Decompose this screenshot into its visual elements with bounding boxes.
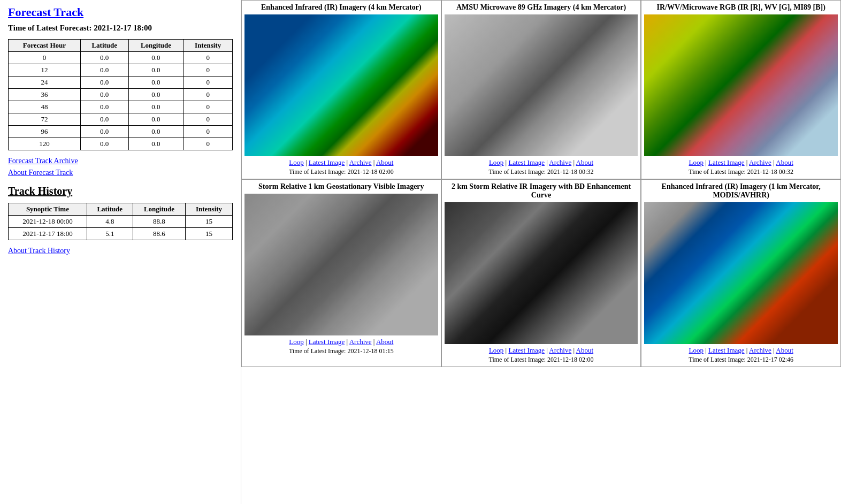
- about-link-enhanced-ir[interactable]: About: [376, 158, 394, 166]
- forecast-cell-lat: 0.0: [80, 52, 128, 64]
- forecast-cell-intensity: 0: [184, 126, 233, 138]
- about-track-history-link-section: About Track History: [8, 247, 233, 255]
- forecast-cell-hour: 0: [9, 52, 81, 64]
- forecast-cell-lon: 0.0: [128, 138, 184, 150]
- archive-link-enhanced-ir[interactable]: Archive: [349, 158, 372, 166]
- latest-link-storm-ir-bd[interactable]: Latest Image: [508, 346, 545, 354]
- forecast-cell-intensity: 0: [184, 64, 233, 77]
- latest-link-storm-visible[interactable]: Latest Image: [309, 338, 345, 346]
- separator: |: [304, 338, 309, 346]
- forecast-cell-lat: 0.0: [80, 77, 128, 89]
- imagery-links-amsu-microwave: Loop | Latest Image | Archive | About: [489, 158, 593, 167]
- forecast-cell-lon: 0.0: [128, 113, 184, 126]
- separator: |: [704, 158, 708, 166]
- satellite-image-enhanced-ir: [244, 14, 438, 156]
- loop-link-storm-ir-bd[interactable]: Loop: [489, 346, 503, 354]
- separator: |: [704, 346, 708, 354]
- about-link-ir-wv-rgb[interactable]: About: [776, 158, 793, 166]
- table-row: 960.00.00: [9, 126, 233, 138]
- latest-link-amsu-microwave[interactable]: Latest Image: [508, 158, 545, 166]
- latest-link-ir-wv-rgb[interactable]: Latest Image: [708, 158, 745, 166]
- latest-forecast-label: Time of Latest Forecast:: [8, 24, 91, 32]
- latest-link-enhanced-ir[interactable]: Latest Image: [309, 158, 345, 166]
- imagery-title-amsu-microwave: AMSU Microwave 89 GHz Imagery (4 km Merc…: [456, 3, 626, 12]
- forecast-cell-intensity: 0: [184, 77, 233, 89]
- table-row: 120.00.00: [9, 64, 233, 77]
- forecast-cell-lon: 0.0: [128, 77, 184, 89]
- track-history-cell-lat: 5.1: [87, 228, 133, 240]
- latest-forecast-time: Time of Latest Forecast: 2021-12-17 18:0…: [8, 24, 233, 33]
- track-history-table: Synoptic Time Latitude Longitude Intensi…: [8, 203, 233, 240]
- archive-link-storm-visible[interactable]: Archive: [349, 338, 372, 346]
- loop-link-enhanced-ir[interactable]: Loop: [289, 158, 303, 166]
- latest-forecast-value: 2021-12-17 18:00: [94, 24, 152, 32]
- imagery-cell-ir-wv-rgb: IR/WV/Microwave RGB (IR [R], WV [G], MI8…: [641, 0, 841, 179]
- imagery-links-storm-ir-bd: Loop | Latest Image | Archive | About: [489, 346, 593, 355]
- about-link-storm-ir-bd[interactable]: About: [576, 346, 594, 354]
- about-track-history-link[interactable]: About Track History: [8, 247, 70, 255]
- imagery-time-storm-visible: Time of Latest Image: 2021-12-18 01:15: [289, 347, 394, 355]
- satellite-image-storm-ir-bd: [445, 202, 638, 344]
- imagery-title-ir-wv-rgb: IR/WV/Microwave RGB (IR [R], WV [G], MI8…: [656, 3, 825, 12]
- forecast-cell-hour: 48: [9, 101, 81, 113]
- forecast-cell-hour: 96: [9, 126, 81, 138]
- satellite-image-ir-wv-rgb: [644, 14, 838, 156]
- imagery-time-ir-wv-rgb: Time of Latest Image: 2021-12-18 00:32: [689, 168, 793, 176]
- forecast-cell-lon: 0.0: [128, 126, 184, 138]
- forecast-cell-lat: 0.0: [80, 64, 128, 77]
- imagery-title-enhanced-ir: Enhanced Infrared (IR) Imagery (4 km Mer…: [261, 3, 422, 12]
- forecast-cell-hour: 72: [9, 113, 81, 126]
- loop-link-storm-visible[interactable]: Loop: [289, 338, 303, 346]
- forecast-cell-intensity: 0: [184, 138, 233, 150]
- forecast-cell-lat: 0.0: [80, 101, 128, 113]
- about-link-amsu-microwave[interactable]: About: [576, 158, 594, 166]
- forecast-archive-link-section: Forecast Track Archive: [8, 157, 233, 165]
- col-longitude: Longitude: [128, 40, 184, 52]
- table-row: 720.00.00: [9, 113, 233, 126]
- left-panel: Forecast Track Time of Latest Forecast: …: [0, 0, 241, 504]
- forecast-cell-lat: 0.0: [80, 113, 128, 126]
- forecast-cell-hour: 120: [9, 138, 81, 150]
- imagery-cell-enhanced-ir: Enhanced Infrared (IR) Imagery (4 km Mer…: [241, 0, 441, 179]
- archive-link-storm-ir-bd[interactable]: Archive: [549, 346, 571, 354]
- imagery-links-enhanced-ir-modis: Loop | Latest Image | Archive | About: [689, 346, 793, 355]
- col-forecast-hour: Forecast Hour: [9, 40, 81, 52]
- imagery-time-amsu-microwave: Time of Latest Image: 2021-12-18 00:32: [489, 168, 594, 176]
- about-link-storm-visible[interactable]: About: [376, 338, 394, 346]
- forecast-cell-lon: 0.0: [128, 64, 184, 77]
- forecast-cell-lon: 0.0: [128, 52, 184, 64]
- forecast-cell-hour: 24: [9, 77, 81, 89]
- th-intensity: Intensity: [186, 203, 233, 216]
- imagery-time-enhanced-ir: Time of Latest Image: 2021-12-18 02:00: [289, 168, 394, 176]
- th-latitude: Latitude: [87, 203, 133, 216]
- archive-link-enhanced-ir-modis[interactable]: Archive: [749, 346, 771, 354]
- satellite-image-storm-visible: [244, 194, 438, 335]
- table-row: 1200.00.00: [9, 138, 233, 150]
- loop-link-amsu-microwave[interactable]: Loop: [489, 158, 503, 166]
- imagery-cell-storm-ir-bd: 2 km Storm Relative IR Imagery with BD E…: [441, 179, 641, 367]
- imagery-title-storm-visible: Storm Relative 1 km Geostationary Visibl…: [258, 182, 424, 191]
- forecast-track-title[interactable]: Forecast Track: [8, 5, 233, 19]
- track-history-cell-lat: 4.8: [87, 216, 133, 228]
- table-row: 480.00.00: [9, 101, 233, 113]
- loop-link-ir-wv-rgb[interactable]: Loop: [689, 158, 704, 166]
- forecast-cell-lon: 0.0: [128, 89, 184, 101]
- satellite-image-amsu-microwave: [445, 14, 638, 156]
- th-synoptic-time: Synoptic Time: [9, 203, 87, 216]
- about-link-enhanced-ir-modis[interactable]: About: [776, 346, 793, 354]
- about-forecast-track-link[interactable]: About Forecast Track: [8, 169, 73, 177]
- forecast-cell-intensity: 0: [184, 113, 233, 126]
- latest-link-enhanced-ir-modis[interactable]: Latest Image: [708, 346, 745, 354]
- archive-link-ir-wv-rgb[interactable]: Archive: [749, 158, 771, 166]
- forecast-archive-link[interactable]: Forecast Track Archive: [8, 157, 78, 165]
- forecast-cell-lon: 0.0: [128, 101, 184, 113]
- imagery-cell-enhanced-ir-modis: Enhanced Infrared (IR) Imagery (1 km Mer…: [641, 179, 841, 367]
- forecast-cell-lat: 0.0: [80, 89, 128, 101]
- imagery-cell-amsu-microwave: AMSU Microwave 89 GHz Imagery (4 km Merc…: [441, 0, 641, 179]
- imagery-links-storm-visible: Loop | Latest Image | Archive | About: [289, 338, 393, 346]
- archive-link-amsu-microwave[interactable]: Archive: [549, 158, 571, 166]
- loop-link-enhanced-ir-modis[interactable]: Loop: [689, 346, 704, 354]
- table-row: 360.00.00: [9, 89, 233, 101]
- imagery-time-enhanced-ir-modis: Time of Latest Image: 2021-12-17 02:46: [689, 356, 793, 364]
- imagery-links-enhanced-ir: Loop | Latest Image | Archive | About: [289, 158, 393, 167]
